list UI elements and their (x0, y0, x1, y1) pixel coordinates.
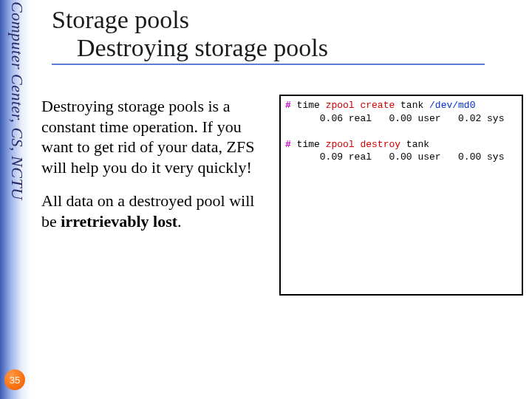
cmd-create: zpool create (326, 100, 395, 111)
page-number: 35 (10, 375, 20, 386)
terminal-output: # time zpool create tank /dev/md0 0.06 r… (279, 95, 523, 296)
timing-2: 0.09 real 0.00 user 0.00 sys (285, 151, 504, 163)
title-block: Storage pools Destroying storage pools (52, 6, 510, 65)
page-number-badge: 35 (4, 369, 25, 390)
body-p2-bold: irretrievably lost (61, 212, 177, 231)
title-line-1: Storage pools (52, 6, 510, 34)
slide: Computer Center, CS, NCTU 35 Storage poo… (0, 0, 532, 399)
t1d: tank (395, 100, 429, 111)
prompt-2: # (285, 139, 291, 150)
t4b: time (291, 139, 326, 150)
body-paragraph-2: All data on a destroyed pool will be irr… (41, 191, 263, 231)
body-paragraph-1: Destroying storage pools is a constant t… (41, 96, 263, 177)
prompt-1: # (285, 100, 291, 111)
t4d: tank (400, 139, 429, 150)
dev-path: /dev/md0 (429, 100, 475, 111)
org-text: Computer Center, CS, NCTU (7, 1, 27, 399)
body-text: Destroying storage pools is a constant t… (41, 96, 263, 245)
cmd-destroy: zpool destroy (326, 139, 400, 150)
title-line-2: Destroying storage pools (52, 34, 485, 65)
sidebar-gradient: Computer Center, CS, NCTU (0, 0, 31, 399)
t1b: time (291, 100, 326, 111)
timing-1: 0.06 real 0.00 user 0.02 sys (285, 113, 504, 124)
body-p2-c: . (177, 212, 182, 231)
